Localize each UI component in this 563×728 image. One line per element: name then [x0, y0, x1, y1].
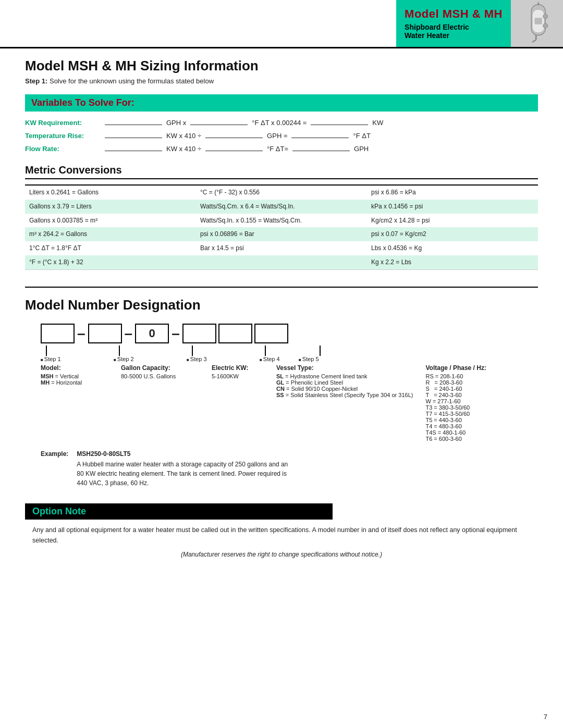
metric-cell: psi x 6.86 = kPa: [367, 186, 538, 200]
option-note-heading: Option Note: [32, 506, 86, 516]
step4-label: Step 4: [260, 356, 280, 362]
temp-blank1: [105, 138, 162, 138]
gallon-info-col: Gallon Capacity: 80-5000 U.S. Gallons: [121, 364, 199, 442]
step1-label: Step 1: [41, 356, 61, 362]
svg-point-6: [543, 23, 548, 28]
svg-rect-7: [535, 18, 542, 24]
model-col-mh: MH = Horizontal: [41, 379, 108, 386]
temp-blank3: [291, 138, 349, 138]
temp-rise-row: Temperature Rise: KW x 410 ÷ GPH = °F ΔT: [25, 132, 538, 140]
step-intro: Step 1: Solve for the unknown using the …: [25, 77, 538, 85]
gallon-col-sub: 80-5000 U.S. Gallons: [121, 373, 199, 379]
option-note-text: Any and all optional equipment for a wat…: [32, 525, 531, 546]
step5-box2: [254, 324, 288, 343]
kw-label: KW Requirement:: [25, 119, 101, 127]
gallon-col-title: Gallon Capacity:: [121, 364, 199, 372]
header-model-title: Model MSH & MH: [405, 7, 503, 21]
metric-cell: Watts/Sq.In. x 0.155 = Watts/Sq.Cm.: [196, 214, 367, 228]
svg-line-4: [532, 40, 536, 43]
dash2: –: [125, 324, 133, 343]
step5-label: Step 5: [299, 356, 319, 362]
metric-conversions-table: Liters x 0.2641 = Gallons Gallons x 3.79…: [25, 184, 538, 270]
step3-label: Step 3: [187, 356, 207, 362]
step3-zero-box: 0: [135, 324, 169, 343]
header-title-block: Model MSH & MH Shipboard Electric Water …: [396, 0, 511, 47]
kw-blank1: [105, 125, 162, 125]
metric-cell: m³ x 264.2 = Gallons: [25, 227, 196, 241]
example-label: Example:: [41, 450, 68, 458]
page-title: Model MSH & MH Sizing Information: [25, 58, 538, 74]
flow-rate-row: Flow Rate: KW x 410 ÷ °F ΔT= GPH: [25, 145, 538, 153]
metric-cell: kPa x 0.1456 = psi: [367, 200, 538, 214]
variables-block: KW Requirement: GPH x °F ΔT x 0.00244 = …: [25, 119, 538, 153]
example-description: A Hubbell marine water heater with a sto…: [77, 460, 296, 488]
metric-cell: 1°C ΔT = 1.8°F ΔT: [25, 241, 196, 255]
step2-label: Step 2: [114, 356, 134, 362]
model-info-col: Model: MSH = Vertical MH = Horizontal: [41, 364, 108, 442]
option-note-footer: (Manufacturer reserves the right to chan…: [32, 550, 531, 560]
kw-col-sub: 5-1600KW: [212, 373, 264, 379]
option-note-section: Option Note Any and all optional equipme…: [25, 503, 538, 565]
metric-cell: °F = (°C x 1.8) + 32: [25, 255, 196, 269]
flow-blank2: [205, 151, 263, 151]
step5-box1: [218, 324, 252, 343]
water-heater-icon: [516, 0, 558, 47]
example-row: Example: MSH250-0-80SLT5 A Hubbell marin…: [25, 450, 538, 488]
metric-cell: psi x 0.06896 = Bar: [196, 227, 367, 241]
page-header: Model MSH & MH Shipboard Electric Water …: [0, 0, 563, 48]
metric-cell: psi x 0.07 = Kg/cm2: [367, 227, 538, 241]
metric-col-1: Liters x 0.2641 = Gallons Gallons x 3.79…: [25, 186, 196, 269]
voltage-col-title: Voltage / Phase / Hz:: [425, 364, 514, 372]
model-col-title: Model:: [41, 364, 108, 372]
metric-cell: Watts/Sq.Cm. x 6.4 = Watts/Sq.In.: [196, 200, 367, 214]
flow-label: Flow Rate:: [25, 145, 101, 153]
svg-point-5: [543, 14, 548, 19]
dash3: –: [172, 324, 180, 343]
option-note-body: Any and all optional equipment for a wat…: [25, 520, 538, 565]
metric-cell: Bar x 14.5 = psi: [196, 241, 367, 255]
vessel-col-title: Vessel Type:: [276, 364, 413, 372]
kw-blank3: [311, 125, 368, 125]
metric-cell: Gallons x 0.003785 = m³: [25, 214, 196, 228]
header-product-image: [511, 0, 563, 47]
model-col-msh: MSH = Vertical: [41, 373, 108, 379]
metric-cell: Kg x 2.2 = Lbs: [367, 255, 538, 269]
designation-boxes-row: – – 0 –: [25, 324, 538, 343]
dash1: –: [77, 324, 85, 343]
vessel-info-col: Vessel Type: SL = Hydrastone Cement line…: [276, 364, 413, 442]
flow-blank1: [105, 151, 162, 151]
header-subtitle: Shipboard Electric Water Heater: [405, 23, 503, 40]
metric-cell: Lbs x 0.4536 = Kg: [367, 241, 538, 255]
step-connectors: Step 1 Step 2 Step 3 Step 4 Step 5: [25, 346, 538, 362]
kw-requirement-row: KW Requirement: GPH x °F ΔT x 0.00244 = …: [25, 119, 538, 127]
metric-cell: °C = (°F - 32) x 0.556: [196, 186, 367, 200]
voltage-info-col: Voltage / Phase / Hz: RS = 208-1-60 R = …: [425, 364, 514, 442]
metric-cell: Liters x 0.2641 = Gallons: [25, 186, 196, 200]
info-row: Model: MSH = Vertical MH = Horizontal Ga…: [25, 364, 538, 442]
kw-blank2: [190, 125, 248, 125]
variables-section-header: Variables To Solve For:: [25, 94, 538, 112]
main-content: Model MSH & MH Sizing Information Step 1…: [0, 48, 563, 577]
kw-col-title: Electric KW:: [212, 364, 264, 372]
metric-cell: [196, 255, 367, 269]
metric-cell: Gallons x 3.79 = Liters: [25, 200, 196, 214]
step1-box: [41, 324, 75, 343]
step4-box: [182, 324, 216, 343]
kw-info-col: Electric KW: 5-1600KW: [212, 364, 264, 442]
example-code: MSH250-0-80SLT5: [77, 450, 296, 458]
model-number-title: Model Number Designation: [25, 287, 538, 313]
metric-cell: Kg/cm2 x 14.28 = psi: [367, 214, 538, 228]
temp-label: Temperature Rise:: [25, 132, 101, 140]
step2-box: [88, 324, 122, 343]
temp-blank2: [205, 138, 263, 138]
metric-conversions-title: Metric Conversions: [25, 164, 538, 179]
flow-blank3: [292, 151, 350, 151]
metric-col-3: psi x 6.86 = kPa kPa x 0.1456 = psi Kg/c…: [367, 186, 538, 269]
metric-col-2: °C = (°F - 32) x 0.556 Watts/Sq.Cm. x 6.…: [196, 186, 367, 269]
option-note-header-bar: Option Note: [25, 503, 333, 520]
page-number: 7: [544, 713, 547, 721]
